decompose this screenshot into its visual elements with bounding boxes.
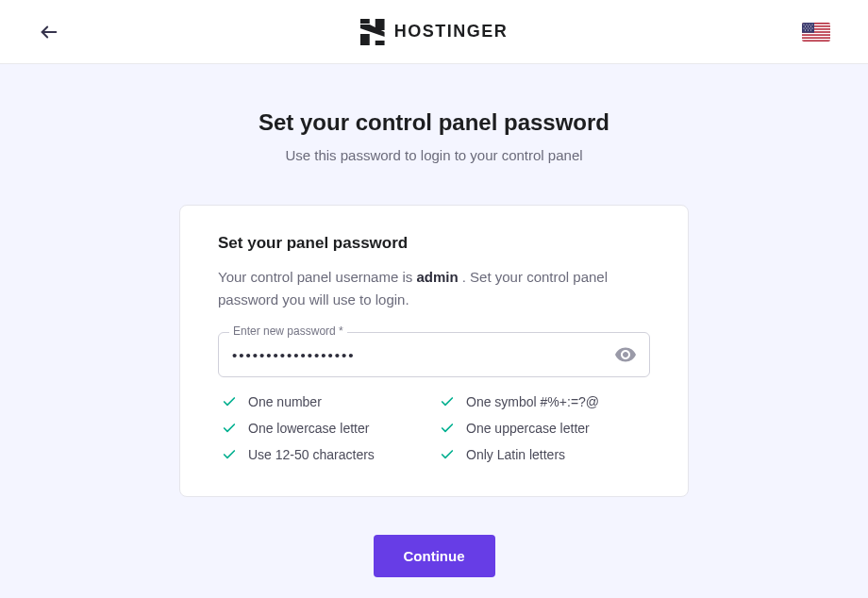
card-title: Set your panel password [218,234,650,253]
check-icon [440,447,455,462]
header: HOSTINGER [0,0,868,64]
svg-point-14 [803,24,804,25]
password-card: Set your panel password Your control pan… [179,205,689,497]
check-icon [440,421,455,436]
continue-button[interactable]: Continue [374,535,495,577]
check-icon [222,394,237,409]
brand-name: HOSTINGER [394,22,509,42]
page-title: Set your control panel password [259,109,609,136]
password-input-wrap: Enter new password * [218,332,650,377]
rule-item: One lowercase letter [222,421,432,436]
hostinger-mark-icon [360,19,385,45]
rule-item: One symbol #%+:=?@ [440,394,650,409]
rule-text: One number [248,394,322,409]
check-icon [222,421,237,436]
svg-point-22 [806,27,807,28]
check-icon [222,447,237,462]
main-content: Set your control panel password Use this… [0,64,868,577]
locale-switcher[interactable] [802,23,830,42]
page-subtitle: Use this password to login to your contr… [285,147,582,163]
rule-text: Use 12-50 characters [248,447,375,462]
svg-point-19 [808,25,809,26]
flag-us-icon [802,23,830,42]
svg-point-18 [805,25,806,26]
rule-item: Use 12-50 characters [222,447,432,462]
rule-item: One number [222,394,432,409]
svg-point-20 [810,25,811,26]
svg-point-21 [803,27,804,28]
password-input[interactable] [218,332,650,377]
toggle-password-visibility-button[interactable] [612,341,639,368]
password-input-label: Enter new password * [229,324,347,338]
svg-rect-5 [376,41,385,45]
password-rules: One number One symbol #%+:=?@ One lowerc… [218,394,650,462]
svg-point-27 [810,29,811,30]
svg-point-15 [806,24,807,25]
rule-text: One symbol #%+:=?@ [466,394,599,409]
rule-text: Only Latin letters [466,447,565,462]
arrow-left-icon [39,22,59,42]
rule-text: One lowercase letter [248,421,369,436]
svg-point-25 [805,29,806,30]
svg-point-24 [811,27,812,28]
svg-rect-11 [802,35,830,37]
eye-icon [614,343,637,366]
rule-item: One uppercase letter [440,421,650,436]
desc-prefix: Your control panel username is [218,269,416,285]
svg-point-16 [809,24,810,25]
rule-item: Only Latin letters [440,447,650,462]
svg-rect-12 [802,38,830,40]
rule-text: One uppercase letter [466,421,590,436]
back-button[interactable] [38,21,60,43]
svg-point-17 [811,24,812,25]
svg-rect-10 [802,32,830,34]
brand-logo: HOSTINGER [360,19,509,45]
svg-rect-4 [360,34,370,45]
username-label: admin [416,269,458,285]
svg-point-23 [809,27,810,28]
check-icon [440,394,455,409]
svg-rect-1 [360,19,370,24]
svg-point-26 [808,29,809,30]
card-description: Your control panel username is admin . S… [218,266,650,311]
